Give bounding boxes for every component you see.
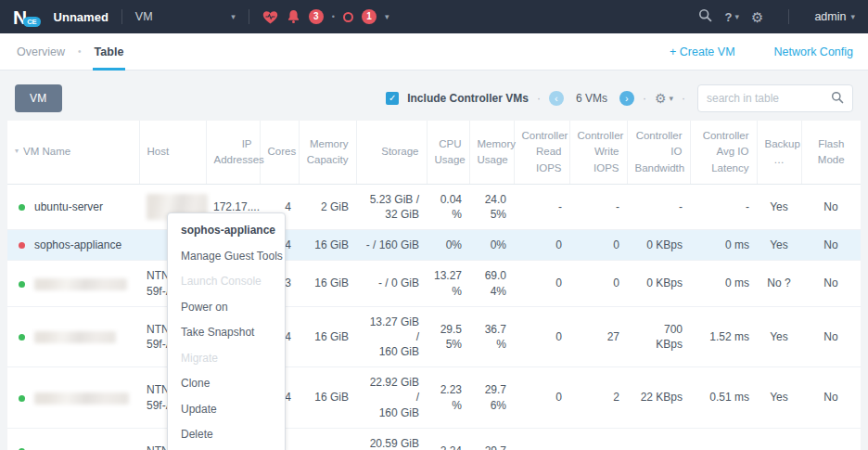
vm-table-card: ▾VM NameHostIP AddressesCoresMemory Capa…	[7, 121, 861, 450]
table-row[interactable]: ubuntu-server172.17....42 GiB5.23 GiB / …	[7, 184, 861, 229]
column-header-bandwidth[interactable]: Controller IO Bandwidth	[627, 121, 690, 184]
network-config-link[interactable]: Network Config	[774, 45, 853, 58]
menu-item-manage-guest-tools[interactable]: Manage Guest Tools	[168, 244, 285, 270]
tab-overview-label: Overview	[17, 45, 65, 58]
tab-overview[interactable]: Overview	[15, 33, 67, 71]
vm-context-menu: sophos-appliance Manage Guest ToolsLaunc…	[167, 212, 286, 450]
entity-dropdown-label: VM	[135, 10, 153, 23]
nutanix-logo: N CE	[13, 7, 41, 27]
tab-table[interactable]: Table	[93, 33, 126, 71]
column-header-cores[interactable]: Cores	[260, 121, 299, 184]
vm-status-dot	[19, 242, 25, 249]
vm-name: ubuntu-server	[34, 200, 103, 213]
column-header-read_iops[interactable]: Controller Read IOPS	[514, 121, 569, 184]
chevron-down-icon[interactable]: ▾	[385, 13, 389, 21]
table-row[interactable]: NTNX- 59f-A/A416 GiB22.92 GiB / 160 GiB2…	[7, 367, 861, 429]
toolbar-right: ✓ Include Controller VMs ‹ 6 VMs › ⚙ ▾	[386, 84, 853, 112]
divider	[121, 9, 122, 24]
column-header-flash[interactable]: Flash Mode	[801, 121, 861, 184]
vm-actions-button[interactable]: VM	[15, 84, 62, 112]
vm-status-dot	[19, 204, 25, 211]
warning-ring-icon[interactable]	[343, 12, 353, 22]
separator-dot: •	[332, 12, 335, 21]
tab-separator-dot: •	[78, 46, 82, 57]
context-menu-items: Manage Guest ToolsLaunch ConsolePower on…	[168, 244, 285, 448]
include-controller-checkbox[interactable]: ✓	[386, 92, 399, 105]
topbar-right: ? ▾ ⚙ admin ▾	[698, 8, 855, 25]
separator-dot	[537, 92, 541, 105]
chevron-down-icon: ▾	[850, 13, 855, 21]
table-row[interactable]: NTNX- 59f-A/A416 GiB13.27 GiB / 160 GiB2…	[7, 306, 861, 367]
pagination-prev-button[interactable]: ‹	[549, 91, 564, 106]
divider	[788, 9, 789, 24]
redacted-text	[34, 278, 127, 290]
alerts-bell-icon[interactable]	[287, 9, 300, 24]
vm-status-dot	[19, 334, 25, 341]
create-vm-link[interactable]: + Create VM	[670, 45, 735, 58]
table-toolbar: VM ✓ Include Controller VMs ‹ 6 VMs › ⚙ …	[15, 84, 853, 113]
vm-count: 6 VMs	[576, 92, 607, 105]
health-heart-icon[interactable]	[262, 10, 278, 24]
ce-badge: CE	[23, 17, 40, 27]
column-header-ip[interactable]: IP Addresses	[206, 121, 260, 184]
help-menu[interactable]: ? ▾	[724, 10, 738, 24]
chevron-down-icon: ▾	[734, 13, 739, 21]
warning-alerts-badge[interactable]: 1	[362, 9, 377, 24]
menu-item-power-on[interactable]: Power on	[168, 295, 285, 321]
table-row[interactable]: sophos-appliance416 GiB- / 160 GiB0%0%00…	[7, 230, 861, 261]
vm-table-body: ubuntu-server172.17....42 GiB5.23 GiB / …	[7, 184, 861, 450]
menu-item-migrate: Migrate	[168, 346, 285, 372]
menu-item-launch-console: Launch Console	[168, 269, 285, 295]
menu-item-take-snapshot[interactable]: Take Snapshot	[168, 320, 285, 346]
separator-dot	[682, 92, 685, 105]
table-row[interactable]: NTNX- 59f-A/A316 GiB- / 0 GiB13.27 %69.0…	[7, 261, 861, 306]
table-search-input[interactable]	[707, 92, 831, 105]
topbar: N CE Unnamed VM ▾ 3 • 1 ▾	[0, 0, 868, 33]
separator-dot	[643, 92, 646, 105]
user-menu[interactable]: admin ▾	[814, 10, 855, 23]
critical-alerts-badge[interactable]: 3	[309, 9, 324, 24]
username: admin	[814, 10, 846, 23]
redacted-text	[34, 331, 116, 343]
vm-name: sophos-appliance	[34, 238, 121, 251]
column-header-name[interactable]: ▾VM Name	[7, 121, 139, 184]
menu-item-update[interactable]: Update	[168, 397, 285, 423]
context-menu-title: sophos-appliance	[168, 218, 285, 244]
redacted-text	[34, 392, 129, 405]
column-header-memory[interactable]: Memory Capacity	[299, 121, 356, 184]
column-header-backup[interactable]: Backup …	[757, 121, 801, 184]
table-row[interactable]: NTNX- 59f-A/A416 GiB20.59 GiB / 160 GiB2…	[7, 428, 861, 450]
app: N CE Unnamed VM ▾ 3 • 1 ▾	[0, 0, 868, 450]
include-controller-label: Include Controller VMs	[407, 92, 529, 105]
column-header-mem_usage[interactable]: Memory Usage	[469, 121, 514, 184]
menu-item-clone[interactable]: Clone	[168, 371, 285, 397]
cluster-name: Unnamed	[54, 10, 108, 24]
status-icons: 3 • 1 ▾	[262, 9, 389, 24]
search-icon[interactable]	[698, 8, 712, 25]
chevron-down-icon: ▾	[669, 95, 673, 103]
help-label: ?	[724, 10, 732, 24]
pagination-next-button[interactable]: ›	[619, 91, 634, 106]
gear-glyph: ⚙	[655, 91, 667, 106]
column-header-write_iops[interactable]: Controller Write IOPS	[569, 121, 627, 184]
vm-table: ▾VM NameHostIP AddressesCoresMemory Capa…	[7, 121, 861, 450]
tabbar: Overview • Table + Create VM Network Con…	[0, 33, 868, 71]
sort-icon: ▾	[15, 147, 19, 155]
vm-table-head-row: ▾VM NameHostIP AddressesCoresMemory Capa…	[7, 121, 861, 184]
divider	[249, 9, 249, 24]
entity-dropdown[interactable]: VM ▾	[135, 10, 236, 23]
tabbar-links: + Create VM Network Config	[670, 45, 853, 58]
tab-table-label: Table	[95, 45, 124, 58]
table-search	[697, 84, 853, 112]
column-header-host[interactable]: Host	[139, 121, 206, 184]
vm-status-dot	[19, 395, 25, 402]
column-header-latency[interactable]: Controller Avg IO Latency	[690, 121, 757, 184]
table-settings-gear-icon[interactable]: ⚙ ▾	[655, 91, 673, 106]
settings-gear-icon[interactable]: ⚙	[751, 10, 763, 24]
column-header-cpu[interactable]: CPU Usage	[427, 121, 469, 184]
chevron-down-icon: ▾	[231, 13, 236, 21]
menu-item-delete[interactable]: Delete	[168, 422, 285, 448]
search-icon	[831, 91, 844, 107]
column-header-storage[interactable]: Storage	[356, 121, 427, 184]
vm-status-dot	[19, 281, 25, 288]
